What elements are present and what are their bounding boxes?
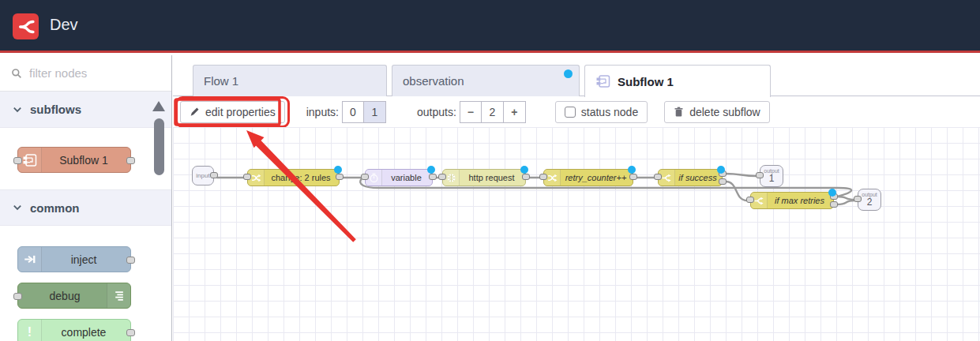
input-port[interactable] bbox=[13, 157, 22, 164]
edit-properties-button[interactable]: edit properties bbox=[180, 101, 285, 123]
tab-flow-1[interactable]: Flow 1 bbox=[193, 65, 387, 96]
wires-layer bbox=[173, 127, 980, 341]
palette-node-debug[interactable]: debug bbox=[17, 283, 131, 309]
node-red-editor: Dev subflows bbox=[0, 0, 980, 341]
search-icon bbox=[11, 68, 22, 79]
inject-icon bbox=[18, 247, 42, 272]
node-label: variable bbox=[385, 170, 427, 185]
modified-indicator-dot bbox=[828, 189, 836, 197]
palette-node-label: inject bbox=[42, 247, 126, 272]
input-port[interactable] bbox=[756, 172, 764, 178]
output-port[interactable] bbox=[210, 172, 218, 178]
palette-node-label: complete bbox=[42, 320, 126, 341]
palette-node-complete[interactable]: ! complete bbox=[17, 319, 131, 341]
status-node-button[interactable]: status node bbox=[555, 101, 648, 123]
tab-observation[interactable]: observation bbox=[392, 65, 580, 96]
palette-section-common[interactable]: common bbox=[0, 189, 171, 226]
subflow-input-endpoint[interactable]: input bbox=[192, 166, 214, 185]
output-port[interactable] bbox=[336, 174, 344, 180]
flow-tab-bar: Flow 1 observation Subflow 1 bbox=[173, 55, 980, 96]
inputs-option-0[interactable]: 0 bbox=[342, 101, 364, 123]
workspace-title: Dev bbox=[50, 16, 78, 34]
chevron-down-icon bbox=[13, 203, 22, 212]
palette-section-subflows[interactable]: subflows bbox=[0, 92, 171, 128]
tab-label: observation bbox=[403, 74, 464, 88]
palette-node-label: debug bbox=[23, 283, 107, 308]
app-header: Dev bbox=[0, 0, 980, 53]
modified-indicator-dot bbox=[427, 166, 435, 174]
button-label: edit properties bbox=[205, 106, 276, 118]
modified-indicator-dot bbox=[717, 166, 725, 174]
palette-node-subflow-1[interactable]: Subflow 1 bbox=[17, 147, 131, 173]
outputs-stepper: − 2 + bbox=[460, 101, 526, 123]
input-port[interactable] bbox=[13, 293, 22, 300]
modified-indicator-dot bbox=[334, 166, 342, 174]
output-port[interactable] bbox=[629, 174, 637, 180]
node-if-success[interactable]: if success bbox=[658, 169, 723, 186]
output-port[interactable] bbox=[126, 157, 135, 164]
trash-icon bbox=[674, 107, 684, 117]
pencil-icon bbox=[190, 107, 200, 117]
palette-scroll-up-arrow[interactable] bbox=[152, 101, 165, 111]
node-label: change: 2 rules bbox=[268, 170, 334, 185]
chevron-down-icon bbox=[13, 105, 22, 114]
endpoint-number: 2 bbox=[867, 197, 873, 208]
node-variable[interactable]: variable bbox=[365, 169, 433, 186]
tab-subflow-1[interactable]: Subflow 1 bbox=[584, 65, 771, 97]
output-port[interactable] bbox=[429, 174, 437, 180]
input-port[interactable] bbox=[854, 196, 862, 202]
palette-node-inject[interactable]: inject bbox=[17, 246, 131, 272]
tab-label: Subflow 1 bbox=[618, 75, 674, 88]
tab-label: Flow 1 bbox=[204, 74, 238, 88]
button-label: status node bbox=[581, 106, 638, 118]
output-port-2[interactable] bbox=[719, 178, 727, 185]
outputs-count-value: 2 bbox=[482, 101, 504, 123]
modified-indicator-dot bbox=[628, 166, 636, 174]
palette-node-label: Subflow 1 bbox=[42, 148, 126, 172]
outputs-increment-button[interactable]: + bbox=[504, 101, 526, 123]
node-change-2-rules[interactable]: change: 2 rules bbox=[247, 169, 340, 186]
node-label: if max retries bbox=[771, 193, 828, 208]
output-port[interactable] bbox=[126, 329, 135, 336]
endpoint-label: input bbox=[196, 172, 209, 179]
filter-nodes-input[interactable] bbox=[29, 66, 156, 80]
input-port[interactable] bbox=[243, 174, 251, 180]
outputs-label: outputs: bbox=[417, 106, 456, 118]
logo-glyph bbox=[16, 17, 36, 37]
output-port[interactable] bbox=[522, 174, 530, 180]
node-retry-counter[interactable]: retry_counter++ bbox=[543, 169, 633, 186]
output-port[interactable] bbox=[126, 257, 135, 264]
subflow-output-endpoint-1[interactable]: output 1 bbox=[760, 165, 783, 187]
flow-canvas[interactable]: input change: 2 rules bbox=[173, 127, 980, 341]
modified-indicator-dot bbox=[520, 166, 528, 174]
palette-scrollbar-thumb[interactable] bbox=[154, 118, 164, 175]
node-palette: subflows Subflow 1 common bbox=[0, 55, 172, 341]
wire bbox=[726, 182, 747, 200]
subflow-icon bbox=[595, 73, 611, 89]
section-label: common bbox=[30, 201, 80, 215]
outputs-decrement-button[interactable]: − bbox=[460, 101, 482, 123]
input-port[interactable] bbox=[539, 174, 547, 180]
wire bbox=[837, 200, 854, 204]
delete-subflow-button[interactable]: delete subflow bbox=[664, 101, 770, 123]
node-http-request[interactable]: http request bbox=[442, 169, 526, 186]
subflow-toolbar: edit properties inputs: 0 1 outputs: − 2… bbox=[173, 96, 980, 127]
inputs-label: inputs: bbox=[306, 106, 339, 118]
output-port-2[interactable] bbox=[830, 201, 838, 208]
input-port[interactable] bbox=[361, 174, 369, 180]
palette-search bbox=[0, 55, 171, 92]
input-port[interactable] bbox=[438, 174, 446, 180]
node-if-max-retries[interactable]: if max retries bbox=[750, 192, 834, 209]
modified-indicator-dot bbox=[564, 69, 573, 78]
status-node-checkbox[interactable] bbox=[565, 107, 576, 118]
subflow-output-endpoint-2[interactable]: output 2 bbox=[858, 189, 881, 211]
wire bbox=[837, 197, 854, 200]
node-label: http request bbox=[463, 170, 520, 185]
input-port[interactable] bbox=[654, 174, 662, 180]
button-label: delete subflow bbox=[689, 106, 760, 118]
wire bbox=[726, 174, 757, 176]
inputs-toggle: 0 1 bbox=[342, 101, 386, 123]
inputs-option-1[interactable]: 1 bbox=[364, 101, 386, 123]
node-label: if success bbox=[678, 170, 717, 185]
input-port[interactable] bbox=[746, 197, 754, 203]
